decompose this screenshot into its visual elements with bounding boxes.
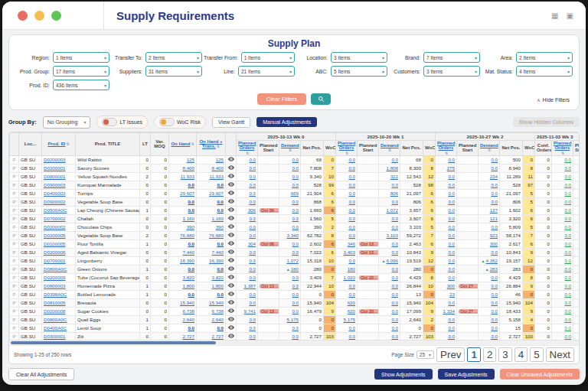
prod-id-link[interactable]: D0200005 xyxy=(44,233,66,238)
demand-link[interactable]: 6,096 xyxy=(387,258,398,263)
prod-id-link[interactable]: D0700002 xyxy=(44,216,66,221)
on-hand-link[interactable]: 16,390 xyxy=(180,258,194,263)
filter-select-mat-status[interactable]: 4 Items▾ xyxy=(516,66,573,77)
planned-orders-link[interactable]: 0.0 xyxy=(448,325,455,331)
planned-orders-link[interactable]: 0.0 xyxy=(348,165,355,171)
filter-select-customers[interactable]: 3 Items▾ xyxy=(423,66,480,77)
planned-orders-link[interactable]: 0.0 xyxy=(564,216,571,221)
search-button[interactable] xyxy=(311,93,331,105)
demand-link[interactable]: 0.0 xyxy=(391,317,398,322)
on-hand-trans-link[interactable]: 2,727 xyxy=(212,334,224,339)
on-hand-trans-link[interactable]: 8,400 xyxy=(212,165,224,171)
planned-orders-link[interactable]: 306 xyxy=(248,207,256,213)
demand-link[interactable]: 0.0 xyxy=(292,174,299,179)
prod-id-link[interactable]: D0300001 xyxy=(44,334,66,339)
on-hand-link[interactable]: 76,680 xyxy=(180,233,194,238)
planned-orders-link[interactable]: 0.0 xyxy=(249,157,256,162)
on-hand-link[interactable]: 1,160 xyxy=(183,216,194,221)
demand-link[interactable]: 0.0 xyxy=(491,334,498,339)
filter-select-location[interactable]: 3 Items▾ xyxy=(331,52,387,63)
pin-icon[interactable]: P xyxy=(12,267,15,272)
demand-link[interactable]: 137 xyxy=(490,207,498,213)
eye-icon[interactable] xyxy=(228,207,234,213)
demand-link[interactable]: 0.0 xyxy=(391,199,398,204)
prod-id-link[interactable]: D0200009 xyxy=(44,275,66,280)
planned-orders-link[interactable]: 0.0 xyxy=(448,334,455,339)
planned-orders-link[interactable]: 0.0 xyxy=(249,216,256,221)
col-header-oh[interactable]: On Hand⇅ xyxy=(169,133,197,156)
eye-icon[interactable] xyxy=(228,233,234,238)
prod-id-link[interactable]: D0900002 xyxy=(44,199,66,204)
zoom-window-icon[interactable] xyxy=(51,11,61,21)
pin-icon[interactable]: P xyxy=(12,174,15,179)
page-button-4[interactable]: 4 xyxy=(514,347,528,362)
group-by-select[interactable]: No Grouping ▾ xyxy=(43,116,91,129)
demand-link[interactable]: 1,072 xyxy=(287,258,299,263)
on-hand-link[interactable]: 29,607 xyxy=(180,191,194,196)
planned-orders-link[interactable]: 0.0 xyxy=(249,224,256,230)
planned-orders-link[interactable]: 0.0 xyxy=(448,233,455,238)
demand-link[interactable]: 300 xyxy=(490,241,498,246)
on-hand-trans-link[interactable]: 0.0 xyxy=(217,266,224,272)
on-hand-trans-link[interactable]: 0.0 xyxy=(217,199,224,204)
planned-orders-link[interactable]: 0.0 xyxy=(564,317,571,322)
woc-risk-toggle[interactable]: WoC Risk xyxy=(154,116,206,129)
eye-icon[interactable] xyxy=(228,300,234,305)
horizontal-scrollbar-thumb[interactable] xyxy=(11,341,216,344)
planned-orders-link[interactable]: 0.0 xyxy=(348,334,355,339)
pin-icon[interactable]: P xyxy=(12,334,15,339)
planned-orders-link[interactable]: 0.0 xyxy=(249,317,256,322)
on-hand-trans-link[interactable]: 16,390 xyxy=(209,258,224,263)
prod-id-link[interactable]: D0800A0C xyxy=(44,266,67,272)
pin-icon[interactable]: P xyxy=(12,259,15,263)
planned-orders-link[interactable]: 0.0 xyxy=(348,207,355,213)
demand-link[interactable]: 669 xyxy=(291,191,299,196)
on-hand-trans-link[interactable]: 0.0 xyxy=(217,241,224,246)
on-hand-link[interactable]: 0.0 xyxy=(188,266,194,272)
demand-link[interactable]: 0.0 xyxy=(391,283,398,288)
prod-id-link[interactable]: D0810005 xyxy=(44,300,66,305)
eye-icon[interactable] xyxy=(228,191,234,196)
filter-select-brand[interactable]: 7 Items▾ xyxy=(423,52,480,63)
filter-select-transfer-from[interactable]: 1 Items▾ xyxy=(241,52,295,63)
pin-icon[interactable]: P xyxy=(12,318,15,322)
planned-orders-link[interactable]: 0.0 xyxy=(348,157,355,162)
demand-link[interactable]: 0.0 xyxy=(391,325,398,331)
on-hand-trans-link[interactable]: 76,680 xyxy=(209,233,224,238)
planned-orders-link[interactable]: 0.0 xyxy=(448,157,455,162)
demand-link[interactable]: 0.0 xyxy=(391,292,398,297)
demand-link[interactable]: 0.0 xyxy=(491,165,498,171)
planned-orders-link[interactable]: 0.0 xyxy=(249,292,256,297)
demand-link[interactable]: 0.0 xyxy=(491,317,498,322)
planned-orders-link[interactable]: 0.0 xyxy=(448,258,455,263)
pin-icon[interactable]: P xyxy=(12,200,15,204)
planned-orders-link[interactable]: 0.0 xyxy=(249,266,256,272)
col-header-w0-demand[interactable]: Demand⇅ xyxy=(279,141,301,156)
save-adjustments-button[interactable]: Save Adjustments xyxy=(438,369,495,380)
demand-link[interactable]: 180 xyxy=(291,266,299,272)
on-hand-trans-link[interactable]: 0.0 xyxy=(217,292,224,297)
on-hand-link[interactable]: 0.0 xyxy=(188,199,194,204)
eye-icon[interactable] xyxy=(228,165,234,171)
pin-icon[interactable]: P xyxy=(12,292,15,297)
on-hand-trans-link[interactable]: 29,607 xyxy=(209,191,224,196)
prod-id-link[interactable]: D0800003 xyxy=(44,283,66,288)
show-adjustments-button[interactable]: Show Adjustments xyxy=(374,369,433,380)
pin-icon[interactable]: P xyxy=(12,158,15,162)
eye-icon[interactable] xyxy=(228,317,234,322)
pin-icon[interactable]: P xyxy=(12,191,15,196)
on-hand-link[interactable]: 0.0 xyxy=(188,207,194,213)
on-hand-trans-link[interactable]: 1,800 xyxy=(212,283,224,288)
demand-link[interactable]: 0.0 xyxy=(391,241,398,246)
on-hand-trans-link[interactable]: 15,940 xyxy=(209,300,224,305)
pin-icon[interactable]: P xyxy=(12,275,15,280)
planned-orders-link[interactable]: 0.0 xyxy=(448,216,455,221)
planned-orders-link[interactable]: 9,741 xyxy=(244,308,256,314)
col-header-w2-demand[interactable]: Demand⇅ xyxy=(479,141,500,156)
on-hand-trans-link[interactable]: 1,160 xyxy=(212,216,224,221)
planned-orders-link[interactable]: 304 xyxy=(248,241,256,246)
eye-icon[interactable] xyxy=(228,241,234,246)
planned-orders-link[interactable]: 3,403 xyxy=(344,249,355,255)
demand-link[interactable]: 0.0 xyxy=(491,157,498,162)
planned-orders-link[interactable]: 0.0 xyxy=(564,233,571,238)
